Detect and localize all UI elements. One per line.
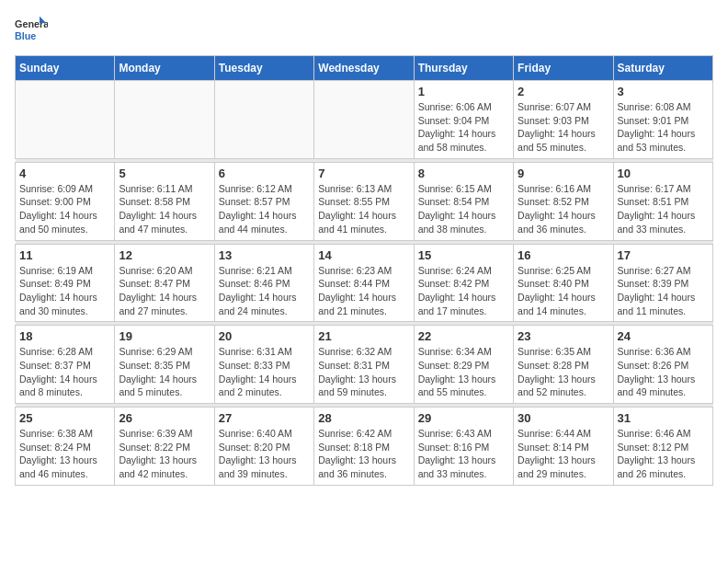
day-info: Sunrise: 6:38 AM Sunset: 8:24 PM Dayligh…	[19, 427, 110, 481]
day-number: 25	[19, 411, 110, 425]
week-row-2: 4Sunrise: 6:09 AM Sunset: 9:00 PM Daylig…	[16, 162, 713, 240]
day-cell	[214, 81, 313, 159]
day-cell	[16, 81, 115, 159]
day-info: Sunrise: 6:06 AM Sunset: 9:04 PM Dayligh…	[418, 100, 509, 155]
day-info: Sunrise: 6:31 AM Sunset: 8:33 PM Dayligh…	[219, 345, 310, 399]
day-cell: 29Sunrise: 6:43 AM Sunset: 8:16 PM Dayli…	[414, 408, 513, 486]
day-cell: 15Sunrise: 6:24 AM Sunset: 8:42 PM Dayli…	[414, 244, 513, 322]
day-cell: 8Sunrise: 6:15 AM Sunset: 8:54 PM Daylig…	[414, 162, 513, 240]
day-number: 3	[618, 85, 709, 98]
day-info: Sunrise: 6:40 AM Sunset: 8:20 PM Dayligh…	[219, 427, 310, 481]
day-number: 19	[119, 329, 210, 343]
weekday-header-wednesday: Wednesday	[314, 56, 414, 81]
day-info: Sunrise: 6:44 AM Sunset: 8:14 PM Dayligh…	[518, 427, 609, 481]
day-info: Sunrise: 6:19 AM Sunset: 8:49 PM Dayligh…	[19, 264, 110, 318]
day-info: Sunrise: 6:27 AM Sunset: 8:39 PM Dayligh…	[618, 264, 709, 318]
week-row-5: 25Sunrise: 6:38 AM Sunset: 8:24 PM Dayli…	[16, 408, 713, 486]
day-number: 8	[418, 167, 509, 180]
day-number: 30	[518, 411, 609, 425]
day-info: Sunrise: 6:16 AM Sunset: 8:52 PM Dayligh…	[518, 182, 609, 236]
day-info: Sunrise: 6:46 AM Sunset: 8:12 PM Dayligh…	[618, 427, 709, 481]
day-number: 15	[418, 248, 509, 262]
day-cell: 14Sunrise: 6:23 AM Sunset: 8:44 PM Dayli…	[314, 244, 414, 322]
day-info: Sunrise: 6:13 AM Sunset: 8:55 PM Dayligh…	[318, 182, 409, 236]
day-number: 24	[618, 329, 709, 343]
weekday-header-friday: Friday	[514, 56, 613, 81]
day-number: 16	[518, 248, 609, 262]
day-info: Sunrise: 6:07 AM Sunset: 9:03 PM Dayligh…	[518, 100, 609, 155]
day-cell: 3Sunrise: 6:08 AM Sunset: 9:01 PM Daylig…	[613, 81, 712, 159]
day-info: Sunrise: 6:34 AM Sunset: 8:29 PM Dayligh…	[418, 345, 509, 399]
day-cell: 5Sunrise: 6:11 AM Sunset: 8:58 PM Daylig…	[115, 162, 214, 240]
day-info: Sunrise: 6:08 AM Sunset: 9:01 PM Dayligh…	[618, 100, 709, 155]
day-cell: 7Sunrise: 6:13 AM Sunset: 8:55 PM Daylig…	[314, 162, 414, 240]
day-cell: 16Sunrise: 6:25 AM Sunset: 8:40 PM Dayli…	[514, 244, 613, 322]
day-cell: 27Sunrise: 6:40 AM Sunset: 8:20 PM Dayli…	[214, 408, 313, 486]
weekday-header-tuesday: Tuesday	[214, 56, 313, 81]
day-cell	[314, 81, 414, 159]
day-cell: 6Sunrise: 6:12 AM Sunset: 8:57 PM Daylig…	[214, 162, 313, 240]
day-number: 21	[318, 329, 409, 343]
day-info: Sunrise: 6:29 AM Sunset: 8:35 PM Dayligh…	[119, 345, 210, 399]
day-number: 23	[518, 329, 609, 343]
day-info: Sunrise: 6:35 AM Sunset: 8:28 PM Dayligh…	[518, 345, 609, 399]
day-cell: 10Sunrise: 6:17 AM Sunset: 8:51 PM Dayli…	[613, 162, 712, 240]
weekday-header-sunday: Sunday	[16, 56, 115, 81]
day-cell: 24Sunrise: 6:36 AM Sunset: 8:26 PM Dayli…	[613, 326, 712, 404]
day-cell: 11Sunrise: 6:19 AM Sunset: 8:49 PM Dayli…	[16, 244, 115, 322]
day-info: Sunrise: 6:25 AM Sunset: 8:40 PM Dayligh…	[518, 264, 609, 318]
day-number: 20	[219, 329, 310, 343]
day-cell: 4Sunrise: 6:09 AM Sunset: 9:00 PM Daylig…	[16, 162, 115, 240]
weekday-header-row: SundayMondayTuesdayWednesdayThursdayFrid…	[16, 56, 713, 81]
day-number: 5	[119, 167, 210, 180]
day-number: 26	[119, 411, 210, 425]
day-info: Sunrise: 6:17 AM Sunset: 8:51 PM Dayligh…	[618, 182, 709, 236]
day-number: 13	[219, 248, 310, 262]
weekday-header-monday: Monday	[115, 56, 214, 81]
weekday-header-saturday: Saturday	[613, 56, 712, 81]
week-row-1: 1Sunrise: 6:06 AM Sunset: 9:04 PM Daylig…	[16, 81, 713, 159]
day-info: Sunrise: 6:32 AM Sunset: 8:31 PM Dayligh…	[318, 345, 409, 399]
day-number: 17	[618, 248, 709, 262]
day-cell: 22Sunrise: 6:34 AM Sunset: 8:29 PM Dayli…	[414, 326, 513, 404]
day-info: Sunrise: 6:09 AM Sunset: 9:00 PM Dayligh…	[19, 182, 110, 236]
weekday-header-thursday: Thursday	[414, 56, 513, 81]
day-cell: 1Sunrise: 6:06 AM Sunset: 9:04 PM Daylig…	[414, 81, 513, 159]
day-info: Sunrise: 6:11 AM Sunset: 8:58 PM Dayligh…	[119, 182, 210, 236]
day-number: 27	[219, 411, 310, 425]
svg-text:Blue: Blue	[15, 30, 36, 41]
week-row-3: 11Sunrise: 6:19 AM Sunset: 8:49 PM Dayli…	[16, 244, 713, 322]
day-cell: 30Sunrise: 6:44 AM Sunset: 8:14 PM Dayli…	[514, 408, 613, 486]
day-cell: 17Sunrise: 6:27 AM Sunset: 8:39 PM Dayli…	[613, 244, 712, 322]
day-number: 31	[618, 411, 709, 425]
day-cell: 26Sunrise: 6:39 AM Sunset: 8:22 PM Dayli…	[115, 408, 214, 486]
day-number: 7	[318, 167, 409, 180]
day-cell: 19Sunrise: 6:29 AM Sunset: 8:35 PM Dayli…	[115, 326, 214, 404]
day-info: Sunrise: 6:28 AM Sunset: 8:37 PM Dayligh…	[19, 345, 110, 399]
day-number: 1	[418, 85, 509, 98]
week-row-4: 18Sunrise: 6:28 AM Sunset: 8:37 PM Dayli…	[16, 326, 713, 404]
logo-icon: GeneralBlue	[15, 15, 48, 48]
day-number: 6	[219, 167, 310, 180]
day-cell: 25Sunrise: 6:38 AM Sunset: 8:24 PM Dayli…	[16, 408, 115, 486]
day-cell: 23Sunrise: 6:35 AM Sunset: 8:28 PM Dayli…	[514, 326, 613, 404]
day-info: Sunrise: 6:43 AM Sunset: 8:16 PM Dayligh…	[418, 427, 509, 481]
day-cell: 31Sunrise: 6:46 AM Sunset: 8:12 PM Dayli…	[613, 408, 712, 486]
day-cell: 2Sunrise: 6:07 AM Sunset: 9:03 PM Daylig…	[514, 81, 613, 159]
day-number: 12	[119, 248, 210, 262]
day-number: 28	[318, 411, 409, 425]
day-info: Sunrise: 6:23 AM Sunset: 8:44 PM Dayligh…	[318, 264, 409, 318]
day-info: Sunrise: 6:20 AM Sunset: 8:47 PM Dayligh…	[119, 264, 210, 318]
day-cell: 13Sunrise: 6:21 AM Sunset: 8:46 PM Dayli…	[214, 244, 313, 322]
day-cell: 21Sunrise: 6:32 AM Sunset: 8:31 PM Dayli…	[314, 326, 414, 404]
day-cell: 9Sunrise: 6:16 AM Sunset: 8:52 PM Daylig…	[514, 162, 613, 240]
day-number: 18	[19, 329, 110, 343]
day-info: Sunrise: 6:24 AM Sunset: 8:42 PM Dayligh…	[418, 264, 509, 318]
day-cell: 12Sunrise: 6:20 AM Sunset: 8:47 PM Dayli…	[115, 244, 214, 322]
day-info: Sunrise: 6:21 AM Sunset: 8:46 PM Dayligh…	[219, 264, 310, 318]
day-number: 22	[418, 329, 509, 343]
day-number: 9	[518, 167, 609, 180]
day-number: 14	[318, 248, 409, 262]
logo: GeneralBlue	[15, 15, 48, 48]
day-cell	[115, 81, 214, 159]
